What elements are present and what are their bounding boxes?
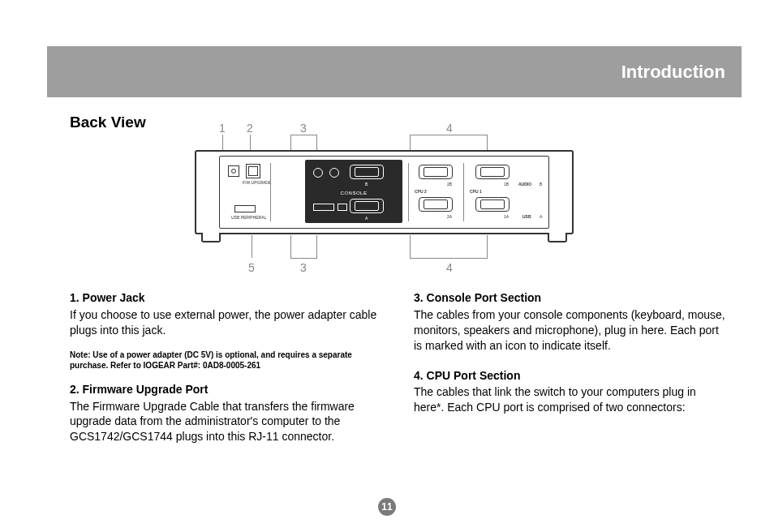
divider-3	[463, 163, 464, 221]
callout-2: 2	[247, 122, 253, 135]
audio-label: AUDIO	[518, 182, 531, 187]
item-1-body: If you choose to use external power, the…	[70, 307, 381, 338]
callout-3-top: 3	[300, 122, 307, 135]
cpu2-vga-a-icon	[419, 197, 453, 212]
back-view-diagram: 1 2 3 4 F/W UPGRADE USB PERIPHERAL B	[195, 122, 576, 276]
cpu1-vga-b-icon	[475, 165, 510, 179]
callout-3-bottom: 3	[300, 261, 307, 274]
audio-out-icon	[313, 168, 323, 178]
console-usb-2-icon	[338, 204, 347, 211]
cpu2-label: CPU 2	[415, 189, 427, 194]
fw-label: F/W UPGRADE	[243, 180, 271, 185]
foot-right	[548, 233, 567, 242]
line-4b-r	[487, 235, 488, 258]
item-3-head: 3. Console Port Section	[414, 290, 725, 306]
content-columns: 1. Power Jack If you choose to use exter…	[70, 290, 725, 444]
mic-in-icon	[329, 168, 339, 178]
power-jack-icon	[228, 165, 239, 177]
device-panel: F/W UPGRADE USB PERIPHERAL B CONSOLE A 2…	[219, 156, 549, 229]
callout-4-bottom: 4	[446, 261, 453, 274]
page-number-badge: 11	[378, 498, 396, 516]
line-3t-h	[290, 135, 317, 135]
header-bar: Introduction	[47, 46, 742, 97]
line-3b-r	[316, 235, 317, 258]
usb-periph-label: USB PERIPHERAL	[231, 215, 266, 220]
rj11-port-icon	[246, 164, 260, 178]
console-vga-b-icon	[350, 165, 384, 179]
item-1-head: 1. Power Jack	[70, 290, 381, 306]
device-outline: F/W UPGRADE USB PERIPHERAL B CONSOLE A 2…	[195, 150, 574, 234]
item-1-note: Note: Use of a power adapter (DC 5V) is …	[70, 350, 381, 371]
right-column: 3. Console Port Section The cables from …	[414, 290, 725, 444]
usb-peripheral-port-icon	[234, 205, 256, 212]
cpu2-vga-b-icon	[419, 165, 453, 179]
line-4b-l	[410, 235, 411, 258]
line-4t-h	[410, 135, 488, 135]
cpu1-vga-a-icon	[475, 197, 510, 212]
callout-4-top: 4	[446, 122, 453, 135]
console-b-label: B	[365, 182, 368, 187]
console-a-label: A	[365, 216, 368, 221]
console-section-icon: B CONSOLE A	[305, 160, 402, 223]
callout-5: 5	[248, 261, 255, 274]
usb-label: USB	[522, 214, 531, 219]
item-2-body: The Firmware Upgrade Cable that transfer…	[70, 399, 381, 445]
item-2-head: 2. Firmware Upgrade Port	[70, 382, 381, 397]
cpu2-b-label: 2B	[447, 182, 452, 187]
page-number: 11	[381, 501, 392, 513]
divider-1	[270, 163, 271, 221]
console-usb-1-icon	[313, 204, 334, 211]
console-label: CONSOLE	[305, 191, 402, 195]
header-title: Introduction	[621, 62, 725, 83]
cpu1-a-label: 1A	[504, 214, 509, 219]
cpu2-a-label: 2A	[447, 214, 452, 219]
left-column: 1. Power Jack If you choose to use exter…	[70, 290, 381, 444]
callout-1: 1	[219, 122, 226, 135]
item-4-head: 4. CPU Port Section	[414, 368, 725, 384]
line-4b-h	[410, 258, 488, 259]
section-title: Back View	[70, 114, 146, 131]
cpu1-label: CPU 1	[470, 189, 482, 194]
usb-a: A	[540, 214, 542, 219]
foot-left	[201, 233, 221, 242]
cpu1-b-label: 1B	[504, 182, 509, 187]
line-5	[252, 235, 252, 258]
divider-2	[408, 163, 409, 221]
audio-b: B	[540, 182, 542, 187]
console-vga-a-icon	[350, 199, 384, 213]
item-4-body: The cables that link the switch to your …	[414, 384, 725, 415]
line-3b-l	[290, 235, 291, 258]
line-3b-h	[290, 258, 317, 259]
item-3-body: The cables from your console components …	[414, 307, 725, 354]
